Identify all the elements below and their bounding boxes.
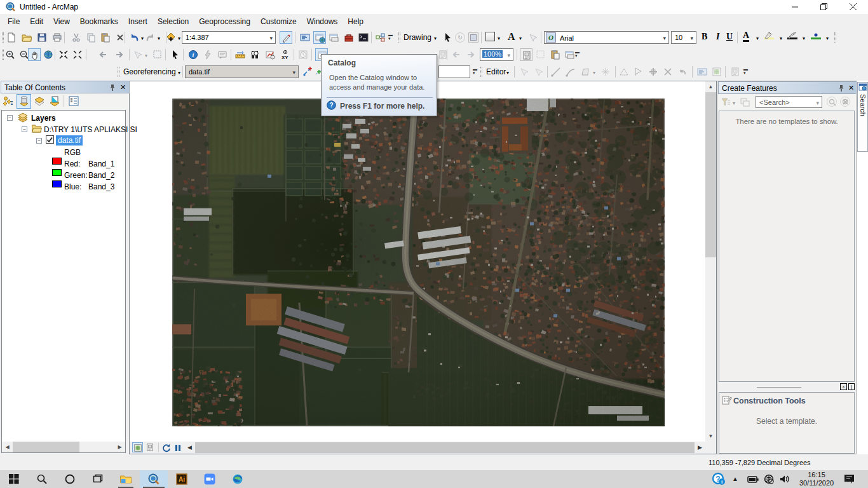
svg-text:XY: XY bbox=[281, 55, 288, 60]
svg-text:i: i bbox=[193, 51, 194, 58]
svg-text:i: i bbox=[721, 479, 722, 485]
svg-text:?: ? bbox=[329, 102, 333, 109]
